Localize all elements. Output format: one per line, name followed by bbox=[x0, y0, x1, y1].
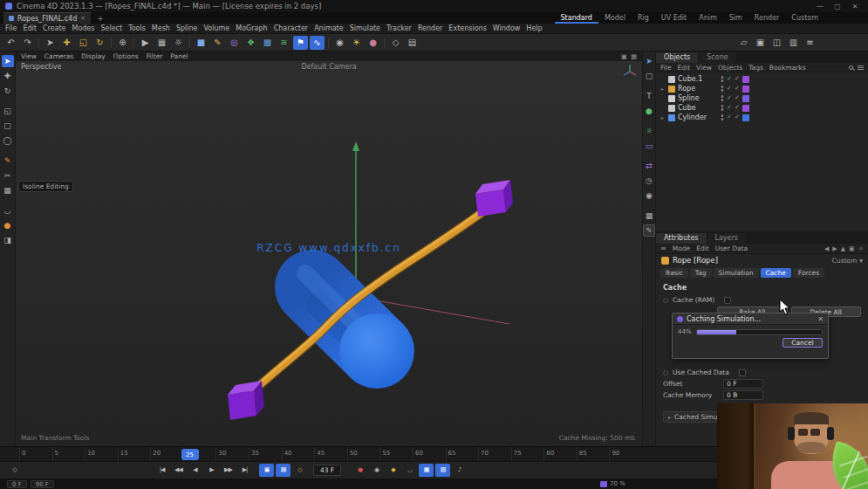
tag-icon[interactable] bbox=[742, 95, 749, 102]
history-back-icon[interactable]: ◀ bbox=[824, 245, 829, 252]
panel-tab[interactable]: Objects bbox=[656, 52, 699, 63]
layout-split-icon[interactable]: ◫ bbox=[769, 36, 784, 50]
knife-icon[interactable]: ✂ bbox=[2, 169, 14, 182]
render-check-icon[interactable]: ✓ bbox=[735, 114, 740, 121]
mirror-icon[interactable]: ◨ bbox=[2, 234, 14, 246]
viewport[interactable]: ViewCamerasDisplayOptionsFilterPanel ▣▦ … bbox=[16, 52, 642, 446]
field-icon[interactable]: ≋ bbox=[277, 36, 291, 50]
parent-icon[interactable]: ▲ bbox=[841, 245, 845, 252]
timeline-tick[interactable]: 65 bbox=[446, 447, 479, 462]
viewport-hud-label[interactable]: Isoline Editing bbox=[18, 181, 73, 192]
enabled-check-icon[interactable]: ✓ bbox=[727, 105, 732, 111]
menu-item[interactable]: Mesh bbox=[152, 24, 170, 32]
render-check-icon[interactable]: ✓ bbox=[735, 105, 740, 111]
viewport-menu-item[interactable]: Display bbox=[81, 52, 106, 60]
timeline-tick[interactable]: 0 bbox=[19, 447, 52, 462]
menu-item[interactable]: Spline bbox=[176, 24, 198, 32]
dialog-close-icon[interactable]: ✕ bbox=[817, 315, 824, 323]
playhead[interactable]: 25 bbox=[181, 449, 199, 460]
cancel-button[interactable]: Cancel bbox=[783, 338, 823, 348]
key-position-icon[interactable]: ▣ bbox=[259, 464, 274, 477]
timeline-tick[interactable]: 20 bbox=[150, 447, 183, 462]
layout-tab[interactable]: Custom bbox=[785, 12, 824, 24]
cube-outline-icon[interactable]: ▢ bbox=[643, 70, 655, 82]
move-icon[interactable]: ✚ bbox=[2, 70, 14, 82]
render-view-icon[interactable]: ▶ bbox=[138, 36, 153, 50]
key-rotation-icon[interactable]: ◇ bbox=[292, 464, 307, 477]
volume-icon[interactable]: ▩ bbox=[260, 36, 275, 50]
camera-view-icon[interactable]: ◉ bbox=[643, 189, 655, 202]
swap-icon[interactable]: ⇄ bbox=[643, 160, 655, 172]
close-button[interactable]: ✕ bbox=[847, 3, 863, 10]
timeline-ticks[interactable]: 051015202530354045505560657075808590 25 bbox=[16, 447, 642, 462]
object-name[interactable]: Cylinder bbox=[678, 114, 718, 121]
object-menu-item[interactable]: Edit bbox=[678, 64, 691, 72]
tag-icon[interactable] bbox=[742, 76, 749, 83]
key-scale-icon[interactable]: ▤ bbox=[276, 464, 290, 477]
menu-item[interactable]: Volume bbox=[204, 24, 230, 32]
menu-item[interactable]: Help bbox=[526, 24, 542, 32]
visibility-dots-icon[interactable] bbox=[721, 114, 724, 121]
mograph-icon[interactable]: ❖ bbox=[243, 36, 258, 50]
annotate-pen-icon[interactable]: ✎ bbox=[643, 224, 655, 237]
object-row[interactable]: Cube ✓ ✓ bbox=[656, 103, 868, 113]
render-picture-viewer-icon[interactable]: ▦ bbox=[154, 36, 169, 50]
rotate-icon[interactable]: ↻ bbox=[2, 85, 14, 97]
menu-item[interactable]: Simulate bbox=[350, 24, 380, 32]
selection-arrow-icon[interactable]: ➤ bbox=[2, 55, 14, 67]
menu-item[interactable]: Create bbox=[43, 24, 66, 32]
camera-icon[interactable]: ◉ bbox=[332, 36, 347, 50]
render-settings-icon[interactable]: ☼ bbox=[171, 36, 186, 50]
menu-item[interactable]: Modes bbox=[72, 24, 94, 32]
timeline-tick[interactable]: 45 bbox=[314, 447, 347, 462]
dialog-titlebar[interactable]: Caching Simulation... ✕ bbox=[673, 313, 828, 325]
cube-object-top[interactable] bbox=[475, 180, 513, 217]
toolbar-icon[interactable] bbox=[326, 36, 331, 50]
timeline-tick[interactable]: 50 bbox=[347, 447, 380, 462]
scale-icon[interactable]: ◱ bbox=[2, 105, 14, 117]
toolbar-icon[interactable] bbox=[132, 36, 136, 50]
cube-object-bottom[interactable] bbox=[228, 381, 264, 420]
timeline-tick[interactable]: 30 bbox=[215, 447, 249, 462]
toolbar-icon[interactable] bbox=[382, 36, 386, 50]
render-check-icon[interactable]: ✓ bbox=[735, 95, 740, 101]
tag-icon[interactable] bbox=[742, 86, 749, 93]
layout-tab[interactable]: Anim bbox=[693, 12, 723, 24]
spline-pen-icon[interactable]: ✎ bbox=[210, 36, 225, 50]
timeline-tick[interactable]: 15 bbox=[118, 447, 151, 462]
autokey-icon[interactable]: ◉ bbox=[369, 464, 384, 477]
visibility-dots-icon[interactable] bbox=[721, 75, 724, 83]
record-icon[interactable]: ● bbox=[352, 464, 367, 477]
pointer-icon[interactable]: ➤ bbox=[643, 55, 655, 67]
timeline-tick[interactable]: 40 bbox=[282, 447, 315, 462]
section-tab[interactable]: Forces bbox=[793, 268, 824, 278]
material-icon[interactable]: ● bbox=[366, 36, 380, 50]
object-menu-item[interactable]: File bbox=[660, 64, 672, 72]
close-tab-icon[interactable]: ✕ bbox=[80, 15, 85, 22]
brush-icon[interactable]: ● bbox=[2, 219, 14, 231]
section-tab[interactable]: Tag bbox=[690, 268, 712, 278]
timeline-tick[interactable]: 5 bbox=[52, 447, 85, 462]
history-forward-icon[interactable]: ▶ bbox=[832, 245, 837, 252]
layout-tab[interactable]: Rig bbox=[632, 12, 655, 24]
viewport-menu-item[interactable]: Cameras bbox=[44, 52, 73, 60]
attribute-menu-item[interactable]: User Data bbox=[715, 244, 748, 252]
tag-icon[interactable] bbox=[742, 114, 749, 121]
enabled-check-icon[interactable]: ✓ bbox=[727, 76, 732, 82]
frame-field[interactable]: 43 F bbox=[313, 465, 341, 476]
prev-frame-icon[interactable]: ◀ bbox=[188, 464, 202, 477]
timeline-tick[interactable]: 70 bbox=[478, 447, 511, 462]
object-menu-item[interactable]: Bookmarks bbox=[769, 64, 806, 72]
monitor-icon[interactable]: ▦ bbox=[643, 210, 655, 222]
save-icon[interactable]: ▣ bbox=[753, 36, 768, 50]
new-tab-button[interactable]: + bbox=[94, 14, 106, 23]
rotate-tool-icon[interactable]: ↻ bbox=[92, 36, 107, 50]
redo-icon[interactable]: ↷ bbox=[20, 36, 35, 50]
coordinate-system-icon[interactable]: ⊕ bbox=[115, 36, 130, 50]
sound-icon[interactable]: ♪ bbox=[452, 464, 467, 477]
attribute-value-field[interactable]: 0 F bbox=[723, 379, 763, 389]
timeline-tick[interactable]: 60 bbox=[413, 447, 446, 462]
menu-item[interactable]: Tools bbox=[128, 24, 146, 32]
workplane-icon[interactable]: ▤ bbox=[405, 36, 420, 50]
layout-tab[interactable]: Standard bbox=[555, 12, 598, 24]
